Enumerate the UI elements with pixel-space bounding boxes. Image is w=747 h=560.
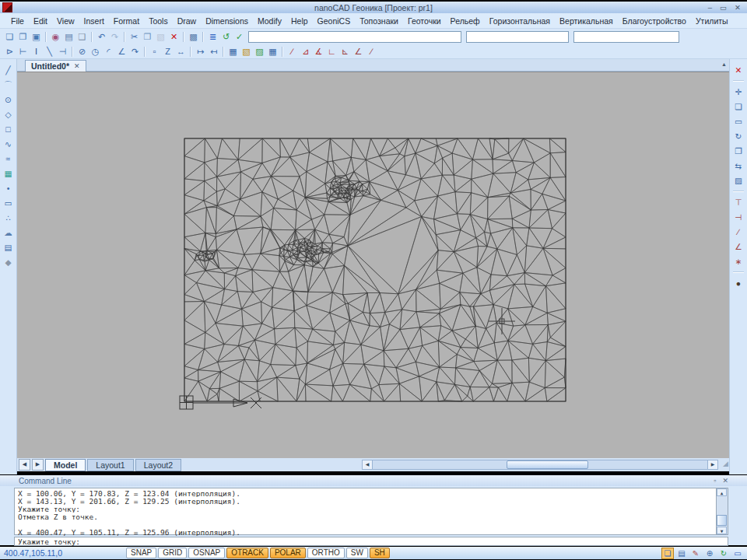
menu-item-0[interactable]: File xyxy=(6,15,29,27)
menu-item-14[interactable]: Горизонтальная xyxy=(485,15,555,27)
insert-object-icon[interactable]: ▧ xyxy=(240,45,253,58)
status-toggle-osnap[interactable]: OSNAP xyxy=(188,548,225,558)
copy-icon[interactable]: ❐ xyxy=(141,30,154,43)
tab-nav-right-icon[interactable]: ▶ xyxy=(32,459,44,471)
draw-spline-icon[interactable]: ≈ xyxy=(2,152,15,165)
cmdscroll-up-icon[interactable]: ▲ xyxy=(717,488,727,496)
document-tab-untitled0[interactable]: Untitled0* ✕ xyxy=(25,60,86,72)
status-toggle-grid[interactable]: GRID xyxy=(158,548,187,558)
tab-nav-left-icon[interactable]: ◀ xyxy=(19,459,30,471)
snap-tangent-icon[interactable]: ◜ xyxy=(102,45,115,58)
insert-image-icon[interactable]: ▤ xyxy=(2,241,15,254)
menu-item-5[interactable]: Tools xyxy=(144,15,173,27)
monitor-icon[interactable]: ▭ xyxy=(731,548,744,559)
menu-item-4[interactable]: Format xyxy=(109,15,144,27)
hscroll-right-icon[interactable]: ▶ xyxy=(707,460,717,469)
draw-point-icon[interactable]: • xyxy=(2,182,15,194)
cut-icon[interactable]: ✂ xyxy=(128,30,141,43)
draw-sketch-icon[interactable]: ∴ xyxy=(2,212,15,224)
draw-line-icon[interactable]: ╱ xyxy=(2,64,15,76)
command-input[interactable]: Укажите точку: xyxy=(14,537,728,546)
menu-item-9[interactable]: Help xyxy=(286,15,313,27)
table-icon[interactable]: ▦ xyxy=(266,45,279,58)
sync-icon[interactable]: ↻ xyxy=(717,548,730,559)
join-icon[interactable]: ∠ xyxy=(732,240,745,253)
snap-endpoint-icon[interactable]: ⊢ xyxy=(16,45,30,58)
layout-tab-layout2[interactable]: Layout2 xyxy=(135,459,181,471)
slope-corner-icon[interactable]: ∟ xyxy=(325,45,338,58)
break-icon[interactable]: ∕ xyxy=(732,226,745,238)
render-icon[interactable]: ● xyxy=(732,277,745,289)
properties-icon[interactable]: ▩ xyxy=(187,30,200,43)
regen-icon[interactable]: ↺ xyxy=(219,30,233,43)
hscroll-left-icon[interactable]: ◀ xyxy=(363,460,373,469)
tab-close-icon[interactable]: ✕ xyxy=(74,62,80,70)
resize-grip-icon[interactable]: ◢ xyxy=(723,460,728,467)
menu-item-1[interactable]: Edit xyxy=(29,15,52,27)
new-file-icon[interactable]: ❏ xyxy=(3,30,16,43)
offset-icon[interactable]: ⇆ xyxy=(732,159,745,172)
draw-polygon-icon[interactable]: □ xyxy=(2,123,15,135)
pan-icon[interactable]: ✛ xyxy=(732,86,745,98)
layers-icon[interactable]: ≣ xyxy=(206,30,219,43)
explode-icon[interactable]: ∗ xyxy=(732,255,745,268)
slope-measure-icon[interactable]: ⊾ xyxy=(338,45,352,58)
status-toggle-polar[interactable]: POLAR xyxy=(270,548,306,558)
menu-item-15[interactable]: Вертикальная xyxy=(555,15,618,27)
command-scrollbar[interactable]: ▲ ▼ xyxy=(716,488,728,534)
undo-icon[interactable]: ↶ xyxy=(95,30,108,43)
slope-segment-icon[interactable]: ∕ xyxy=(286,45,299,58)
cmdscroll-down-icon[interactable]: ▼ xyxy=(717,527,727,534)
menu-item-2[interactable]: View xyxy=(52,15,79,27)
draw-polyline-icon[interactable]: ∿ xyxy=(2,138,15,150)
menu-item-11[interactable]: Топознаки xyxy=(355,15,403,27)
snap-rect-icon[interactable]: ▫ xyxy=(148,45,161,58)
viewport-icon[interactable]: ❏ xyxy=(661,548,674,559)
extend-icon[interactable]: ⊣ xyxy=(732,211,745,223)
trim-icon[interactable]: ⊤ xyxy=(732,196,745,208)
print-preview-icon[interactable]: ◉ xyxy=(49,30,62,43)
snap-parallel-icon[interactable]: ⊣ xyxy=(56,45,69,58)
pen-icon[interactable]: ✎ xyxy=(689,548,702,559)
draw-hatch-icon[interactable]: ▦ xyxy=(2,167,15,180)
status-toggle-snap[interactable]: SNAP xyxy=(126,548,156,558)
close-drawing-icon[interactable]: ✕ xyxy=(732,64,745,76)
print-icon[interactable]: ▤ xyxy=(62,30,75,43)
snap-arc-icon[interactable]: ↷ xyxy=(128,45,142,58)
layer-field[interactable] xyxy=(466,31,569,43)
snap-nearest-icon[interactable]: ╲ xyxy=(43,45,56,58)
draw-cloud-icon[interactable]: ☁ xyxy=(2,226,15,239)
snap-vertical-in-icon[interactable]: ↦ xyxy=(194,45,207,58)
save-file-icon[interactable]: ▣ xyxy=(30,30,43,43)
slope-mark-icon[interactable]: ∕ xyxy=(365,45,378,58)
snap-polyline-icon[interactable]: Z xyxy=(161,45,174,58)
status-toggle-sw[interactable]: SW xyxy=(346,548,368,558)
tabstrip-scroll-up-icon[interactable]: ▲ xyxy=(721,61,727,67)
snap-vertical-out-icon[interactable]: ↤ xyxy=(207,45,220,58)
snap-center-icon[interactable]: ◷ xyxy=(89,45,102,58)
copy-object-icon[interactable]: ❐ xyxy=(732,145,745,157)
draw-ellipse-icon[interactable]: ◇ xyxy=(2,108,15,121)
shade-mode-icon[interactable]: ◆ xyxy=(2,256,15,268)
paste-icon[interactable]: ▧ xyxy=(154,30,167,43)
snap-none-icon[interactable]: ⊘ xyxy=(75,45,89,58)
command-close-icon[interactable]: ✕ xyxy=(722,477,728,485)
status-toggle-sh[interactable]: SH xyxy=(370,548,390,558)
slope-angle-icon[interactable]: ∡ xyxy=(312,45,325,58)
zoom-window-icon[interactable]: ❏ xyxy=(732,100,745,113)
draw-arc-icon[interactable]: ⌒ xyxy=(2,79,15,91)
snap-angle-icon[interactable]: ∠ xyxy=(115,45,128,58)
menu-item-10[interactable]: GeoniCS xyxy=(313,15,356,27)
draw-region-icon[interactable]: ▭ xyxy=(2,197,15,209)
status-toggle-ortho[interactable]: ORTHO xyxy=(307,548,345,558)
rotate-view-icon[interactable]: ↻ xyxy=(732,130,745,142)
plot-icon[interactable]: ❑ xyxy=(75,30,89,43)
layout-tab-layout1[interactable]: Layout1 xyxy=(87,459,133,471)
cmdscroll-thumb[interactable] xyxy=(717,515,727,526)
menu-item-3[interactable]: Insert xyxy=(79,15,109,27)
select-node-icon[interactable]: ⊳ xyxy=(3,45,16,58)
snap-distance-icon[interactable]: ↔ xyxy=(174,45,188,58)
drawing-canvas[interactable] xyxy=(17,72,729,458)
hatch-gradient-icon[interactable]: ▨ xyxy=(732,174,745,187)
magnifier-icon[interactable]: ⊕ xyxy=(703,548,716,559)
